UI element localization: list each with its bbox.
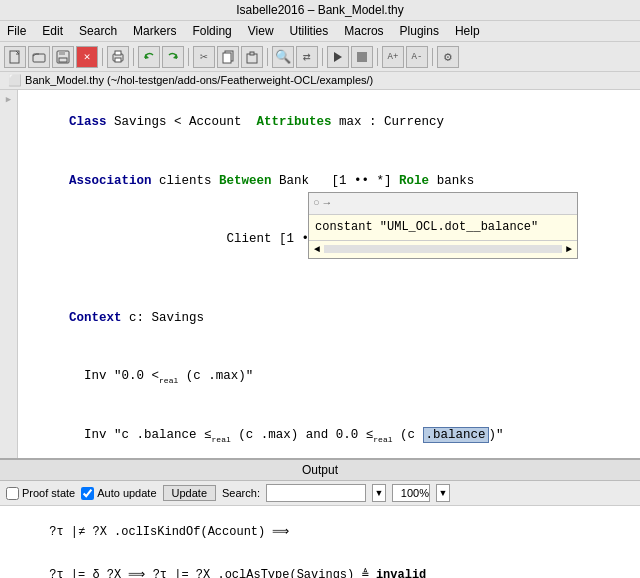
toolbar-cut-btn[interactable]: ✂ [193,46,215,68]
toolbar-bigger-btn[interactable]: A+ [382,46,404,68]
toolbar-run-btn[interactable] [327,46,349,68]
code-line-6: Inv "0.0 <real (c .max)" [24,348,634,407]
svg-rect-4 [59,58,67,62]
file-tab-text: ⬜ Bank_Model.thy (~/hol-testgen/add-ons/… [8,74,373,86]
toolbar: ✕ ✂ 🔍 ⇄ A+ A- ⚙ [0,42,640,72]
file-tab: ⬜ Bank_Model.thy (~/hol-testgen/add-ons/… [0,72,640,90]
left-gutter: ▶ [0,90,18,458]
toolbar-smaller-btn[interactable]: A- [406,46,428,68]
output-line-2: ?τ |= δ ?X ⟹ ?τ |= ?X .oclAsType(Savings… [6,553,634,578]
autocomplete-circle-icon: ○ [313,195,320,212]
autocomplete-header: ○ → [309,193,577,215]
svg-rect-3 [59,51,65,55]
menu-macros[interactable]: Macros [341,23,386,39]
proof-state-checkbox[interactable] [6,487,19,500]
svg-rect-6 [115,51,121,55]
zoom-dropdown[interactable]: ▼ [436,484,450,502]
update-button[interactable]: Update [163,485,216,501]
output-content: ?τ |≠ ?X .oclIsKindOf(Account) ⟹ ?τ |= δ… [0,506,640,578]
output-panel: Output Proof state Auto update Update Se… [0,458,640,578]
toolbar-replace-btn[interactable]: ⇄ [296,46,318,68]
auto-update-label: Auto update [97,487,156,499]
search-label: Search: [222,487,260,499]
menu-file[interactable]: File [4,23,29,39]
auto-update-check[interactable]: Auto update [81,487,156,500]
code-line-1: Class Savings < Account Attributes max :… [24,94,634,152]
menu-folding[interactable]: Folding [189,23,234,39]
svg-rect-11 [223,53,231,63]
code-line-4 [24,268,634,287]
menu-utilities[interactable]: Utilities [287,23,332,39]
toolbar-sep5 [322,48,323,66]
gutter-marker: ▶ [6,94,11,105]
toolbar-print-btn[interactable] [107,46,129,68]
svg-rect-14 [357,52,367,62]
proof-state-label: Proof state [22,487,75,499]
autocomplete-scroll-track[interactable] [324,245,562,253]
menu-plugins[interactable]: Plugins [397,23,442,39]
title-text: Isabelle2016 – Bank_Model.thy [236,3,403,17]
autocomplete-scroll-right[interactable]: ► [562,242,576,258]
menu-bar: File Edit Search Markers Folding View Ut… [0,21,640,42]
toolbar-new-btn[interactable] [4,46,26,68]
menu-search[interactable]: Search [76,23,120,39]
menu-help[interactable]: Help [452,23,483,39]
toolbar-open-btn[interactable] [28,46,50,68]
title-bar: Isabelle2016 – Bank_Model.thy [0,0,640,21]
output-line-1: ?τ |≠ ?X .oclIsKindOf(Account) ⟹ [6,510,634,553]
menu-edit[interactable]: Edit [39,23,66,39]
autocomplete-popup[interactable]: ○ → constant "UML_OCL.dot__balance" ◄ ► [308,192,578,259]
menu-markers[interactable]: Markers [130,23,179,39]
toolbar-sep7 [432,48,433,66]
editor[interactable]: Class Savings < Account Attributes max :… [18,90,640,458]
menu-view[interactable]: View [245,23,277,39]
code-line-5: Context c: Savings [24,290,634,348]
svg-rect-13 [250,52,254,55]
search-input[interactable] [266,484,366,502]
search-dropdown[interactable]: ▼ [372,484,386,502]
toolbar-save-btn[interactable] [52,46,74,68]
auto-update-checkbox[interactable] [81,487,94,500]
autocomplete-scroll: ◄ ► [309,240,577,259]
toolbar-sep1 [102,48,103,66]
output-header-text: Output [302,463,338,477]
proof-state-check[interactable]: Proof state [6,487,75,500]
autocomplete-text: constant "UML_OCL.dot__balance" [315,220,538,234]
output-header: Output [0,460,640,481]
toolbar-stop-btn[interactable] [351,46,373,68]
code-line-7: Inv "c .balance ≤real (c .max) and 0.0 ≤… [24,407,634,458]
zoom-input[interactable] [392,484,430,502]
autocomplete-scroll-left[interactable]: ◄ [310,242,324,258]
toolbar-sep3 [188,48,189,66]
toolbar-sep2 [133,48,134,66]
svg-rect-7 [115,58,121,62]
toolbar-copy-btn[interactable] [217,46,239,68]
toolbar-undo-btn[interactable] [138,46,160,68]
toolbar-sep6 [377,48,378,66]
autocomplete-content: constant "UML_OCL.dot__balance" [309,215,577,240]
toolbar-sep4 [267,48,268,66]
toolbar-close-btn[interactable]: ✕ [76,46,98,68]
toolbar-paste-btn[interactable] [241,46,263,68]
balance-highlight: .balance [423,427,489,443]
output-toolbar: Proof state Auto update Update Search: ▼… [0,481,640,506]
toolbar-redo-btn[interactable] [162,46,184,68]
autocomplete-arrow-icon: → [324,195,331,212]
toolbar-find-btn[interactable]: 🔍 [272,46,294,68]
main-area: ▶ Class Savings < Account Attributes max… [0,90,640,458]
toolbar-settings-btn[interactable]: ⚙ [437,46,459,68]
